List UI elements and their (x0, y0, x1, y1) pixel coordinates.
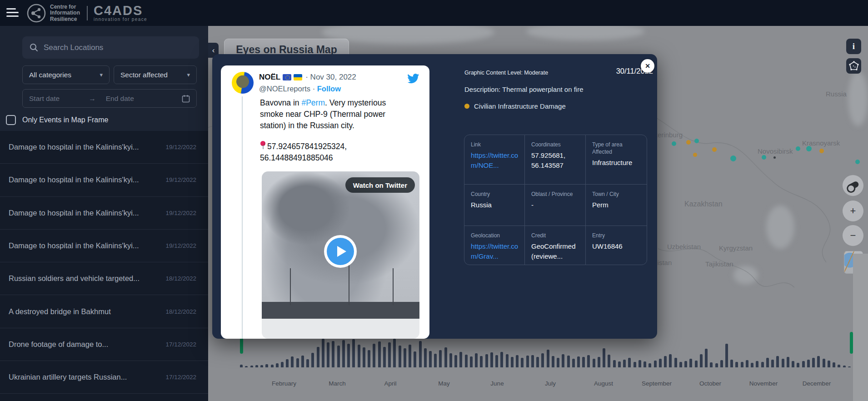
event-marker[interactable] (693, 153, 697, 157)
map-place-label: Kyrgyzstan (719, 244, 753, 252)
event-marker[interactable] (712, 147, 717, 152)
timeline-brush-handle-right[interactable] (850, 332, 853, 354)
map-place-label: Uzbekistan (667, 243, 701, 251)
map-frame-checkbox[interactable] (6, 115, 16, 125)
event-list-item[interactable]: A destroyed bridge in Bakhmut18/12/2022 (0, 295, 208, 328)
timeline-bar (337, 346, 340, 367)
timeline-month-labels: FebruaryMarchAprilMayJuneJulyAugustSepte… (240, 380, 853, 389)
watch-on-twitter-button[interactable]: Watch on Twitter (345, 177, 415, 193)
date-range-input[interactable]: Start date → End date (22, 89, 197, 108)
timeline-bar (735, 362, 738, 367)
twitter-logo-icon[interactable] (407, 74, 419, 84)
timeline-bar (776, 356, 779, 367)
event-marker[interactable] (773, 156, 776, 159)
detail-cell-link[interactable]: https://twitter.com/Grav... (471, 241, 519, 261)
detail-cell-link[interactable]: https://twitter.com/NOE... (471, 150, 519, 170)
event-list-item[interactable]: Ukrainian artillery targets Russian...17… (0, 361, 208, 394)
timeline-bar (301, 356, 304, 367)
event-list-item[interactable]: Damage to hospital in the Kalinins'kyi..… (0, 131, 208, 164)
timeline-bar (516, 355, 519, 367)
tweet-author-handle[interactable]: @NOELreports (259, 85, 310, 93)
timeline-bar (291, 356, 294, 367)
search-input[interactable]: Search Locations (22, 36, 199, 59)
zoom-out-button[interactable]: − (843, 225, 863, 246)
location-pin-icon (260, 141, 265, 149)
follow-button[interactable]: Follow (317, 85, 341, 93)
timeline-bar (311, 353, 314, 367)
map-extent-button[interactable] (843, 175, 863, 196)
detail-cell-value: Infrastructure (592, 158, 642, 168)
detail-cell-label: Town / City (592, 190, 642, 198)
detail-cell-label: Credit (531, 232, 580, 239)
event-list-item[interactable]: Damage to hospital in the Kalinins'kyi..… (0, 230, 208, 262)
detail-cell-value: UW16846 (592, 241, 642, 251)
map-frame-checkbox-label: Only Events in Map Frame (22, 116, 108, 124)
categories-dropdown[interactable]: All categories ▾ (22, 65, 110, 84)
cir-brand-text: Centre for Information Resilience (50, 4, 80, 23)
event-list-item[interactable]: Russian soldiers and vehicle targeted...… (0, 262, 208, 295)
event-list-item[interactable]: Drone footage of damage to...17/12/2022 (0, 328, 208, 361)
tweet-date[interactable]: · Nov 30, 2022 (305, 73, 356, 82)
timeline-bar (766, 358, 769, 367)
hamburger-menu-icon[interactable] (6, 8, 19, 18)
event-marker[interactable] (762, 155, 766, 160)
timeline-bar (761, 362, 764, 367)
sector-dropdown[interactable]: Sector affected ▾ (114, 65, 197, 84)
play-button[interactable] (324, 235, 357, 268)
event-marker[interactable] (694, 139, 699, 143)
event-marker[interactable] (806, 146, 812, 151)
tweet-video-thumbnail[interactable]: Watch on Twitter (262, 171, 419, 339)
detail-cell-label: Type of area Affected (592, 141, 642, 155)
event-list-item[interactable]: Damage to hospital in the Kalinins'kyi..… (0, 164, 208, 196)
timeline-bar (429, 351, 432, 367)
event-marker[interactable] (796, 146, 800, 151)
timeline-bar (582, 357, 585, 367)
event-marker[interactable] (686, 140, 691, 145)
timeline-bar (644, 361, 646, 367)
event-date: 19/12/2022 (165, 210, 196, 216)
timeline-bar (465, 355, 468, 367)
timeline-bar (521, 358, 524, 367)
c4ads-brand: C4ADS innovation for peace (94, 5, 147, 22)
timeline-month-label: October (699, 380, 721, 387)
event-list-item[interactable]: Damage to hospital in the Kalinins'kyi..… (0, 197, 208, 230)
timeline-bar (623, 360, 626, 367)
timeline-month-label: June (490, 380, 504, 387)
zoom-in-button[interactable]: + (843, 200, 863, 221)
event-marker[interactable] (819, 149, 824, 153)
c4ads-tagline: innovation for peace (94, 17, 147, 22)
video-scene-detail (349, 262, 349, 306)
event-date: 19/12/2022 (165, 144, 196, 150)
tweet-text: Bavovna in #Perm. Very mysterious smoke … (260, 97, 402, 131)
info-button[interactable]: i (846, 39, 861, 54)
timeline-bar (245, 366, 248, 367)
timeline-bar (470, 356, 473, 367)
app-header: Centre for Information Resilience C4ADS … (0, 0, 868, 26)
timeline-bar (490, 352, 493, 367)
draw-polygon-button[interactable] (846, 58, 861, 74)
event-title: Damage to hospital in the Kalinins'kyi..… (9, 209, 162, 217)
hashtag-link[interactable]: #Perm (301, 98, 325, 107)
event-marker[interactable] (672, 141, 676, 146)
timeline-bar (383, 347, 386, 367)
event-marker[interactable] (855, 160, 860, 164)
avatar[interactable] (232, 72, 254, 94)
timeline-bar (347, 344, 350, 367)
event-title: Ukrainian artillery targets Russian... (9, 373, 162, 381)
timeline-bar (276, 363, 279, 367)
detail-cell-value: GeoConfirmed (reviewe... (531, 241, 580, 261)
timeline-bar (715, 363, 718, 367)
tweet-author-name[interactable]: NOËL (259, 73, 280, 82)
tweet-embed-card: NOËL · Nov 30, 2022 @NOELreports · Follo… (221, 65, 429, 339)
timeline-bar (485, 354, 488, 367)
timeline-bar (363, 347, 365, 367)
event-marker[interactable] (730, 155, 736, 161)
detail-cell-label: Entry (592, 232, 642, 239)
event-date: 18/12/2022 (165, 308, 196, 315)
cir-logo-icon (26, 3, 46, 23)
close-icon[interactable]: ✕ (641, 59, 654, 73)
timeline-bar (332, 341, 334, 367)
brand-divider (87, 6, 88, 20)
event-date: 19/12/2022 (165, 242, 196, 249)
timeline-chart[interactable] (240, 339, 853, 367)
